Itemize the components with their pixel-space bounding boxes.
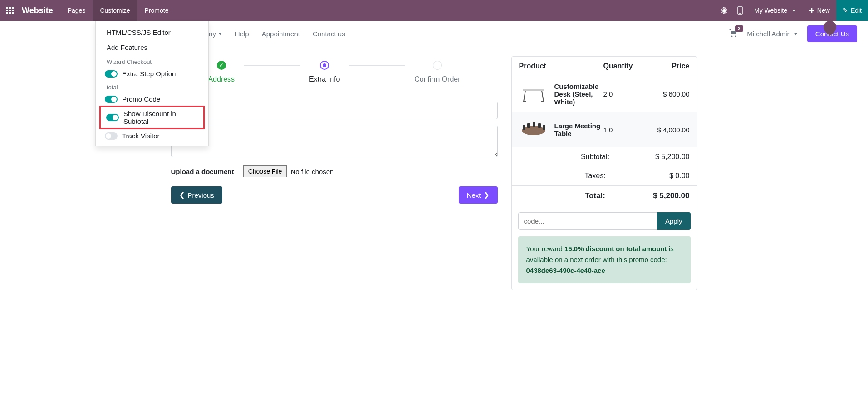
my-website-dropdown[interactable]: My Website ▼ [748, 0, 803, 21]
plus-icon: ✚ [809, 7, 814, 14]
user-menu[interactable]: Mitchell Admin ▼ [747, 30, 798, 38]
active-step-icon [320, 61, 329, 70]
customize-dropdown: HTML/CSS/JS Editor Add Features Wizard C… [95, 21, 209, 146]
header-product: Product [519, 62, 603, 70]
wizard-step-confirm[interactable]: Confirm Order [405, 61, 469, 83]
file-status-text: No file chosen [290, 168, 333, 175]
product-name: Large Meeting Table [554, 122, 603, 137]
nav-link-contact[interactable]: Contact us [313, 30, 345, 38]
user-name: Mitchell Admin [747, 30, 791, 38]
extra-info-textarea[interactable] [171, 126, 498, 157]
file-input[interactable]: Choose File No file chosen [243, 165, 334, 177]
total-value: $ 5,200.00 [635, 191, 690, 200]
caret-down-icon: ▼ [794, 31, 798, 36]
svg-rect-11 [523, 125, 525, 130]
edit-button[interactable]: ✎ Edit [836, 0, 868, 21]
order-line: Large Meeting Table 1.0 $ 4,000.00 [512, 112, 697, 147]
top-menu-promote[interactable]: Promote [137, 0, 176, 21]
wizard-step-extra-info[interactable]: Extra Info [300, 61, 349, 83]
product-image-table [519, 119, 548, 141]
caret-down-icon: ▼ [792, 8, 796, 13]
product-price: $ 600.00 [644, 90, 690, 98]
wizard-label: Address [208, 75, 235, 83]
total-label: Total: [519, 191, 635, 200]
mobile-icon[interactable] [732, 0, 748, 21]
new-button[interactable]: ✚ New [803, 0, 836, 21]
previous-button[interactable]: ❮ Previous [171, 186, 222, 204]
svg-point-0 [723, 9, 726, 13]
toggle-switch-icon [105, 96, 118, 103]
top-menu-pages[interactable]: Pages [60, 0, 93, 21]
svg-point-3 [731, 35, 733, 37]
apply-button[interactable]: Apply [657, 212, 691, 230]
next-button[interactable]: Next ❯ [459, 186, 498, 204]
cart-button[interactable]: 3 [729, 29, 738, 39]
toggle-extra-step[interactable]: Extra Step Option [96, 67, 208, 80]
choose-file-button[interactable]: Choose File [243, 165, 287, 177]
order-line: Customizable Desk (Steel, White) 2.0 $ 6… [512, 76, 697, 112]
promo-code-input[interactable] [518, 212, 657, 230]
reward-message: Your reward 15.0% discount on total amou… [518, 236, 691, 283]
wizard-label: Confirm Order [414, 75, 460, 83]
pending-step-icon [433, 61, 442, 70]
product-image-desk [519, 83, 548, 105]
subtotal-label: Subtotal: [519, 153, 635, 161]
new-label: New [817, 7, 830, 14]
dropdown-item-add-features[interactable]: Add Features [96, 40, 208, 55]
my-website-label: My Website [754, 7, 787, 14]
product-price: $ 4,000.00 [644, 126, 690, 134]
pencil-icon: ✎ [843, 7, 848, 14]
toggle-switch-icon [105, 70, 118, 78]
product-qty: 1.0 [603, 126, 644, 134]
svg-rect-15 [543, 125, 545, 130]
svg-rect-14 [538, 123, 541, 128]
svg-rect-12 [527, 123, 530, 128]
chevron-left-icon: ❮ [179, 191, 185, 199]
previous-label: Previous [188, 191, 214, 199]
taxes-label: Taxes: [519, 172, 635, 180]
check-icon: ✓ [217, 61, 226, 70]
svg-line-7 [542, 91, 544, 102]
highlight-annotation: Show Discount in Subtotal [99, 106, 205, 129]
cart-badge: 3 [735, 25, 743, 32]
toggle-switch-icon [105, 132, 118, 140]
brand-label[interactable]: Website [20, 6, 60, 15]
toggle-switch-icon [106, 114, 119, 121]
toggle-promo-code[interactable]: Promo Code [96, 92, 208, 106]
toggle-label: Show Discount in Subtotal [123, 110, 198, 125]
apps-icon[interactable] [0, 0, 20, 21]
toggle-label: Extra Step Option [122, 70, 176, 78]
extra-info-input[interactable] [171, 102, 498, 119]
svg-rect-5 [523, 89, 544, 91]
svg-point-4 [735, 35, 736, 37]
chevron-right-icon: ❯ [484, 191, 490, 199]
checkout-wizard: ✓ Address Extra Info Confirm Order [171, 56, 498, 88]
reward-discount: 15.0% discount on total amount [564, 245, 667, 253]
nav-link-help[interactable]: Help [235, 30, 249, 38]
toggle-track-visitor[interactable]: Track Visitor [96, 129, 208, 142]
dropdown-item-html-editor[interactable]: HTML/CSS/JS Editor [96, 25, 208, 40]
wizard-label: Extra Info [309, 75, 340, 83]
subtotal-value: $ 5,200.00 [635, 153, 690, 161]
product-name: Customizable Desk (Steel, White) [554, 83, 603, 106]
edit-label: Edit [851, 7, 862, 14]
reward-prefix: Your reward [526, 245, 565, 253]
dropdown-header-total: total [96, 80, 208, 92]
nav-link-appointment[interactable]: Appointment [262, 30, 300, 38]
product-qty: 2.0 [603, 90, 644, 98]
reward-code: 0438de63-490c-4e40-ace [526, 267, 605, 274]
toggle-label: Promo Code [122, 95, 160, 103]
top-menu-customize[interactable]: Customize [93, 0, 137, 21]
next-label: Next [467, 191, 481, 199]
svg-rect-13 [533, 122, 535, 127]
caret-down-icon: ▼ [218, 31, 222, 36]
upload-label: Upload a document [171, 168, 234, 175]
toggle-label: Track Visitor [122, 132, 160, 140]
topbar: Website Pages Customize Promote My Websi… [0, 0, 868, 21]
dropdown-header-wizard: Wizard Checkout [96, 55, 208, 67]
order-summary: Product Quantity Price Customizable Desk… [511, 56, 697, 290]
svg-line-6 [524, 91, 525, 102]
header-quantity: Quantity [603, 62, 644, 70]
toggle-show-discount[interactable]: Show Discount in Subtotal [101, 107, 203, 128]
bug-icon[interactable] [716, 0, 732, 21]
